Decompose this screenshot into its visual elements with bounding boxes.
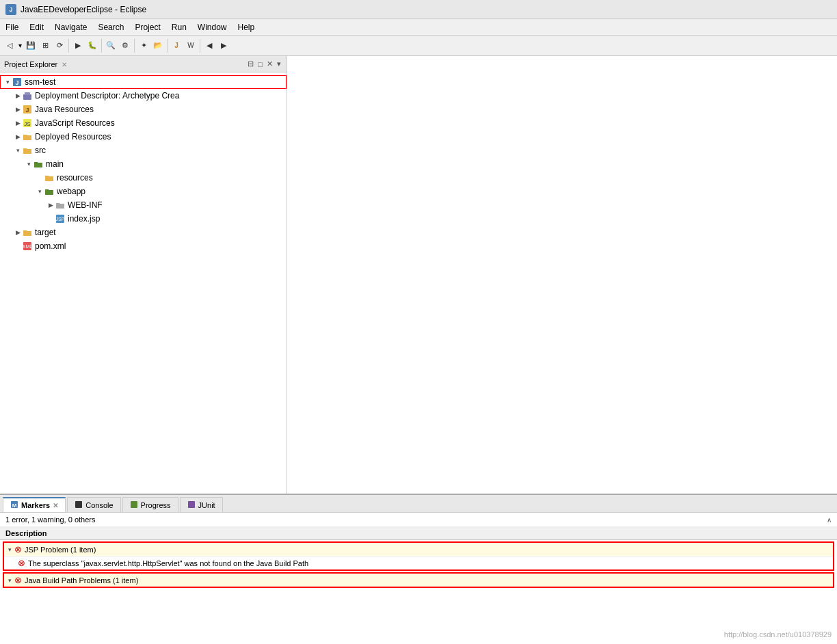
tb-java[interactable]: J (170, 39, 183, 53)
tb-new[interactable]: ✦ (137, 39, 150, 53)
menu-item-help[interactable]: Help (232, 21, 261, 33)
tree-arrow-main: ▾ (25, 160, 33, 168)
group-error-icon-jsp-problem: ⊗ (14, 544, 22, 554)
tb-sep-2 (101, 39, 102, 53)
tree-icon-resources (44, 172, 55, 183)
tb-save[interactable]: 💾 (24, 39, 38, 53)
svg-text:JS: JS (24, 121, 30, 127)
tree-label-webapp: webapp (57, 187, 85, 196)
group-label-jsp-problem: JSP Problem (1 item) (25, 546, 96, 554)
title-bar: J JavaEEDeveloperEclipse - Eclipse (0, 0, 837, 19)
item-icon-0: ⊗ (18, 558, 25, 568)
tree-arrow-index-jsp (46, 215, 55, 223)
tree-icon-deployment-descriptor (22, 90, 33, 101)
tb-search[interactable]: 🔍 (104, 39, 118, 53)
bottom-tabs: MMarkers✕ConsoleProgressJUnit (0, 495, 837, 513)
menu-item-file[interactable]: File (0, 21, 24, 33)
tree-icon-web-inf (55, 200, 66, 211)
tab-progress[interactable]: Progress (122, 497, 178, 512)
tree-item-src[interactable]: ▾src (0, 144, 287, 157)
tab-label-console: Console (85, 501, 113, 509)
tb-sep-4 (167, 39, 168, 53)
svg-text:J: J (25, 107, 29, 113)
markers-list: ▾ ⊗ JSP Problem (1 item) ⊗ The superclas… (0, 541, 837, 588)
svg-rect-3 (25, 92, 30, 95)
collapse-btn[interactable]: ∧ (827, 516, 832, 524)
menu-item-window[interactable]: Window (192, 21, 232, 33)
tb-prev[interactable]: ◀ (202, 39, 216, 53)
pe-maximize[interactable]: □ (256, 59, 264, 69)
tb-settings[interactable]: ⚙ (118, 39, 132, 53)
tb-web[interactable]: W (184, 39, 198, 53)
tree-item-index-jsp[interactable]: JSPindex.jsp (0, 212, 287, 226)
tree-item-deployed-resources[interactable]: ▶Deployed Resources (0, 130, 287, 144)
tree-item-deployment-descriptor[interactable]: ▶Deployment Descriptor: Archetype Crea (0, 89, 287, 103)
tb-back[interactable]: ◁ (3, 39, 16, 53)
tab-junit[interactable]: JUnit (180, 497, 223, 512)
tab-icon-markers: M (10, 500, 18, 510)
tb-refresh[interactable]: ⟳ (53, 39, 66, 53)
pe-controls: ⊟ □ ✕ ▾ (246, 59, 282, 69)
project-explorer: Project Explorer ✕ ⊟ □ ✕ ▾ ▾Jssm-test▶De… (0, 56, 287, 494)
pe-minimize[interactable]: ⊟ (246, 59, 255, 69)
tree-arrow-webapp: ▾ (36, 187, 44, 196)
tb-next[interactable]: ▶ (217, 39, 230, 53)
tree-item-web-inf[interactable]: ▶WEB-INF (0, 198, 287, 212)
tab-markers[interactable]: MMarkers✕ (3, 497, 66, 512)
marker-group-row-jsp-problem[interactable]: ▾ ⊗ JSP Problem (1 item) (4, 543, 833, 556)
menu-item-edit[interactable]: Edit (24, 21, 49, 33)
tab-icon-console (75, 500, 83, 510)
tree-icon-target (22, 227, 33, 238)
tree-item-javascript-resources[interactable]: ▶JSJavaScript Resources (0, 116, 287, 130)
pe-tree: ▾Jssm-test▶Deployment Descriptor: Archet… (0, 72, 287, 494)
pe-title: Project Explorer ✕ (4, 60, 67, 68)
tree-label-deployment-descriptor: Deployment Descriptor: Archetype Crea (35, 91, 179, 100)
tb-run[interactable]: ▶ (71, 39, 85, 53)
tree-arrow-java-resources: ▶ (14, 105, 22, 113)
tree-icon-deployed-resources (22, 131, 33, 142)
tree-icon-webapp (44, 186, 55, 197)
pe-menu[interactable]: ▾ (276, 59, 282, 69)
tab-console[interactable]: Console (67, 497, 120, 512)
tree-icon-index-jsp: JSP (55, 213, 66, 224)
menu-item-search[interactable]: Search (92, 21, 129, 33)
tree-label-web-inf: WEB-INF (68, 200, 103, 210)
pe-close[interactable]: ✕ (265, 59, 274, 69)
menu-item-navigate[interactable]: Navigate (49, 21, 92, 33)
toolbar: ◁ ▾ 💾 ⊞ ⟳ ▶ 🐛 🔍 ⚙ ✦ 📂 J W ◀ ▶ (0, 36, 837, 56)
tree-label-resources: resources (57, 173, 93, 183)
tab-icon-junit (187, 500, 196, 510)
tb-sep-5 (200, 39, 200, 53)
group-arrow-jsp-problem: ▾ (8, 546, 12, 553)
group-error-icon-java-build-path: ⊗ (14, 575, 22, 585)
marker-item-jsp-problem-0[interactable]: ⊗ The superclass "javax.servlet.http.Htt… (4, 556, 833, 569)
menu-item-run[interactable]: Run (166, 21, 192, 33)
group-label-java-build-path: Java Build Path Problems (1 item) (25, 576, 138, 585)
svg-text:XML: XML (23, 244, 32, 249)
tree-label-java-resources: Java Resources (35, 105, 94, 114)
tb-save-all[interactable]: ⊞ (38, 39, 52, 53)
tb-debug[interactable]: 🐛 (85, 39, 99, 53)
menu-item-project[interactable]: Project (129, 21, 165, 33)
tree-item-webapp[interactable]: ▾webapp (0, 185, 287, 198)
tree-item-pom-xml[interactable]: XMLpom.xml (0, 239, 287, 253)
tree-item-target[interactable]: ▶target (0, 226, 287, 239)
svg-text:JSP: JSP (56, 217, 65, 222)
tb-back-dropdown[interactable]: ▾ (17, 42, 23, 49)
tree-icon-java-resources: J (22, 104, 33, 115)
tree-item-ssm-test[interactable]: ▾Jssm-test (0, 75, 287, 89)
tree-item-java-resources[interactable]: ▶JJava Resources (0, 103, 287, 116)
tree-label-javascript-resources: JavaScript Resources (35, 118, 115, 128)
tree-item-resources[interactable]: resources (0, 171, 287, 185)
tb-open[interactable]: 📂 (151, 39, 165, 53)
tree-icon-pom-xml: XML (22, 241, 33, 252)
tree-label-main: main (46, 159, 64, 169)
marker-group-row-java-build-path[interactable]: ▾ ⊗ Java Build Path Problems (1 item) (4, 574, 833, 587)
tree-label-src: src (35, 146, 46, 155)
tree-arrow-deployment-descriptor: ▶ (14, 92, 22, 100)
tree-item-main[interactable]: ▾main (0, 157, 287, 171)
markers-description-header: Description (0, 527, 837, 540)
tab-close-markers[interactable]: ✕ (53, 502, 58, 509)
tab-label-markers: Markers (21, 501, 50, 509)
app-icon: J (5, 4, 16, 15)
